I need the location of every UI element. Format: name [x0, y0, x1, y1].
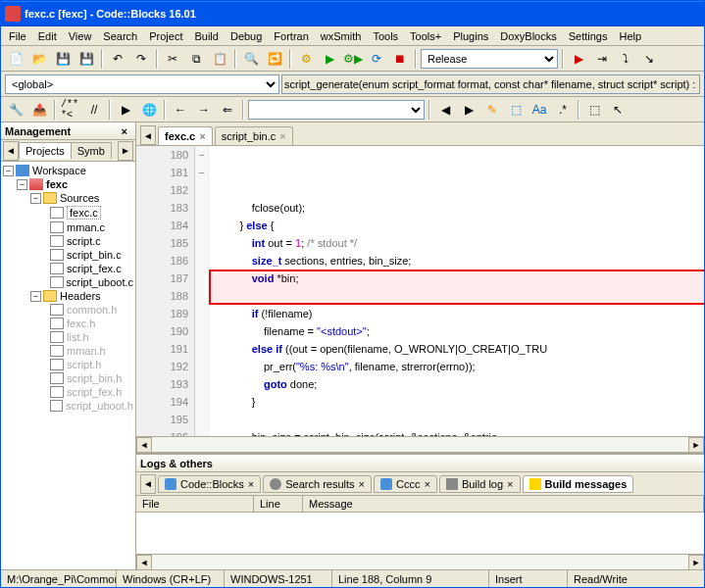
col-line[interactable]: Line	[254, 496, 303, 512]
highlight-clear-button[interactable]: ✎	[481, 99, 503, 121]
tree-sources-folder[interactable]: −Sources	[3, 191, 133, 205]
menu-file[interactable]: File	[3, 28, 32, 44]
match-case-button[interactable]: Aa	[529, 99, 550, 121]
doxy-wizard-button[interactable]: 🔧	[5, 99, 26, 121]
menu-wxsmith[interactable]: wxSmith	[315, 28, 368, 44]
tree-file-script-bin-c[interactable]: script_bin.c	[3, 248, 133, 262]
save-all-button[interactable]: 💾	[76, 48, 97, 70]
regex-button[interactable]: .*	[552, 99, 574, 121]
debug-run-cursor-button[interactable]: ⇥	[591, 48, 613, 70]
highlight-opts-button[interactable]: ⬚	[505, 99, 527, 121]
management-close-button[interactable]: ×	[118, 125, 131, 137]
tab-symbols[interactable]: Symb	[71, 142, 112, 159]
abort-button[interactable]: ⏹	[389, 48, 411, 70]
tab-close-script-bin[interactable]: ×	[279, 130, 285, 142]
close-icon[interactable]: ×	[424, 478, 429, 490]
build-messages-grid[interactable]: File Line Message	[136, 496, 704, 554]
select-tool-button[interactable]: ⬚	[583, 99, 605, 121]
tab-search-results[interactable]: Search results×	[263, 475, 372, 493]
mgmt-tab-next[interactable]: ►	[118, 141, 133, 161]
tree-project[interactable]: −fexc	[3, 177, 133, 191]
tree-file-script-h[interactable]: script.h	[3, 358, 133, 371]
rebuild-button[interactable]: ⟳	[366, 48, 387, 70]
debug-next-button[interactable]: ⤵	[615, 48, 636, 70]
menu-debug[interactable]: Debug	[225, 28, 268, 44]
project-tree[interactable]: −Workspace −fexc −Sources fexc.c mman.c …	[1, 162, 135, 569]
menu-settings[interactable]: Settings	[563, 28, 614, 44]
tree-file-script-fex-h[interactable]: script_fex.h	[3, 385, 133, 399]
tab-build-messages[interactable]: Build messages	[523, 475, 634, 493]
tree-file-script-c[interactable]: script.c	[3, 234, 133, 248]
tree-file-mman-h[interactable]: mman.h	[3, 344, 133, 358]
doxy-extract-button[interactable]: 📤	[28, 99, 50, 121]
undo-button[interactable]: ↶	[107, 48, 128, 70]
build-button[interactable]: ⚙	[295, 48, 317, 70]
menu-view[interactable]: View	[63, 28, 98, 44]
tree-file-common-h[interactable]: common.h	[3, 303, 133, 317]
cut-button[interactable]: ✂	[162, 48, 183, 70]
tree-headers-folder[interactable]: −Headers	[3, 289, 133, 303]
copy-button[interactable]: ⧉	[185, 48, 207, 70]
logs-hscroll[interactable]: ◄ ►	[136, 554, 704, 569]
paste-button[interactable]: 📋	[209, 48, 230, 70]
code-content[interactable]: fclose(out); } else { int out = 1; /* st…	[209, 146, 704, 436]
mgmt-tab-prev[interactable]: ◄	[3, 141, 19, 161]
doxy-line-comment-button[interactable]: //	[83, 99, 105, 121]
logs-hscroll-track[interactable]	[152, 555, 688, 569]
menu-search[interactable]: Search	[97, 28, 143, 44]
code-editor[interactable]: 1801811821831841851861871881891901911921…	[136, 146, 704, 436]
new-file-button[interactable]: 📄	[5, 48, 26, 70]
menu-fortran[interactable]: Fortran	[268, 28, 314, 44]
debug-step-button[interactable]: ↘	[638, 48, 660, 70]
run-button[interactable]: ▶	[319, 48, 340, 70]
hscroll-track[interactable]	[152, 437, 688, 452]
hscroll-right[interactable]: ►	[688, 437, 704, 453]
editor-tab-prev[interactable]: ◄	[140, 125, 156, 145]
scope-combo[interactable]: <global>	[5, 74, 279, 94]
doxy-html-button[interactable]: 🌐	[138, 99, 160, 121]
col-file[interactable]: File	[136, 496, 254, 512]
tree-file-script-bin-h[interactable]: script_bin.h	[3, 371, 133, 385]
menu-edit[interactable]: Edit	[32, 28, 63, 44]
tree-file-fexc-h[interactable]: fexc.h	[3, 317, 133, 330]
tab-cccc[interactable]: Cccc×	[374, 475, 437, 493]
close-icon[interactable]: ×	[359, 478, 365, 490]
open-button[interactable]: 📂	[28, 48, 50, 70]
redo-button[interactable]: ↷	[130, 48, 152, 70]
tab-projects[interactable]: Projects	[19, 142, 72, 159]
tree-file-script-fex-c[interactable]: script_fex.c	[3, 262, 133, 275]
tree-file-mman-c[interactable]: mman.c	[3, 220, 133, 234]
menu-project[interactable]: Project	[143, 28, 188, 44]
highlight-prev-button[interactable]: ◀	[434, 99, 456, 121]
find-button[interactable]: 🔍	[240, 48, 262, 70]
menu-doxyblocks[interactable]: DoxyBlocks	[494, 28, 562, 44]
col-message[interactable]: Message	[303, 496, 704, 512]
highlight-next-button[interactable]: ▶	[458, 99, 479, 121]
menu-tools[interactable]: Tools	[367, 28, 404, 44]
menu-plugins[interactable]: Plugins	[447, 28, 494, 44]
tab-script-bin-c[interactable]: script_bin.c ×	[215, 126, 293, 145]
tree-file-script-uboot-c[interactable]: script_uboot.c	[3, 275, 133, 289]
nav-back-button[interactable]: ←	[170, 99, 191, 121]
doxy-run-button[interactable]: ▶	[115, 99, 136, 121]
pointer-tool-button[interactable]: ↖	[607, 99, 629, 121]
close-icon[interactable]: ×	[248, 478, 254, 490]
doxy-block-comment-button[interactable]: /** *<	[60, 99, 81, 121]
hscroll-left[interactable]: ◄	[136, 437, 152, 453]
fold-column[interactable]: −−	[195, 146, 209, 436]
build-run-button[interactable]: ⚙▶	[342, 48, 364, 70]
debug-start-button[interactable]: ▶	[568, 48, 589, 70]
logs-hscroll-left[interactable]: ◄	[136, 555, 152, 569]
tab-fexc-c[interactable]: fexc.c ×	[158, 126, 213, 145]
tab-build-log[interactable]: Build log×	[439, 475, 521, 493]
tree-file-fexc-c[interactable]: fexc.c	[3, 205, 133, 220]
logs-hscroll-right[interactable]: ►	[688, 555, 704, 569]
close-icon[interactable]: ×	[507, 478, 513, 490]
nav-last-button[interactable]: ⇐	[217, 99, 238, 121]
build-target-combo[interactable]: Release	[421, 49, 558, 69]
tab-codeblocks-log[interactable]: Code::Blocks×	[158, 475, 261, 493]
search-combo[interactable]	[248, 100, 425, 120]
replace-button[interactable]: 🔁	[264, 48, 285, 70]
menu-build[interactable]: Build	[188, 28, 224, 44]
tree-workspace[interactable]: −Workspace	[3, 164, 133, 177]
